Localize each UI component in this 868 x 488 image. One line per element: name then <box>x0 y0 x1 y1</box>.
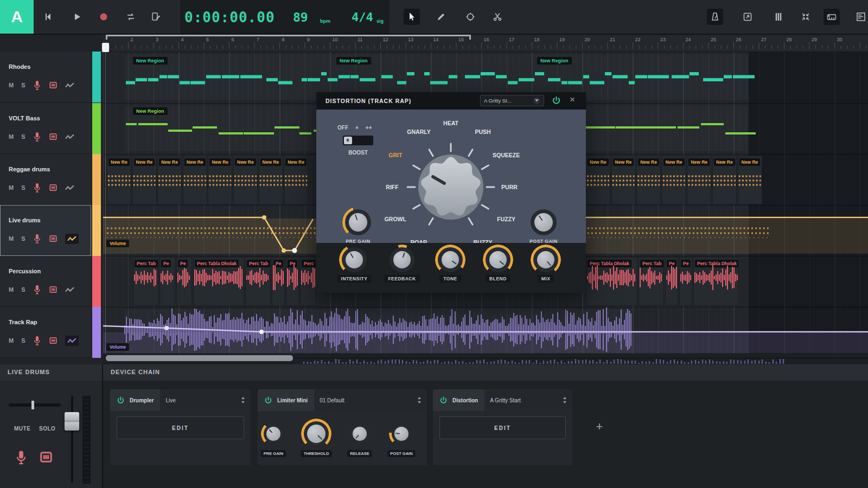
reggae-drum-clip[interactable]: New Re <box>662 156 686 204</box>
device-name[interactable]: Limiter Mini <box>277 397 308 403</box>
distortion-character-dial[interactable]: ROARGROWLRIFFGRITGNARLYHEATPUSHSQUEEZEPU… <box>359 119 543 255</box>
automation-icon[interactable] <box>65 336 79 346</box>
power-button[interactable] <box>264 396 272 404</box>
edit-button[interactable]: EDIT <box>117 416 244 439</box>
record-arm-icon[interactable] <box>33 80 41 91</box>
volume-fader-track[interactable] <box>71 396 73 483</box>
dial-label-purr[interactable]: PURR <box>501 184 518 190</box>
automation-icon[interactable] <box>65 184 74 191</box>
midi-region-label[interactable]: New Region <box>133 107 168 115</box>
percussion-clip[interactable]: Perc Tabla Dholak <box>693 257 739 306</box>
metronome-button[interactable] <box>707 9 723 25</box>
mute-button[interactable]: M <box>9 184 14 191</box>
device-name[interactable]: Drumpler <box>130 397 154 403</box>
solo-button[interactable]: SOLO <box>39 426 55 432</box>
time-display[interactable]: 0:00:00.00 <box>184 9 275 25</box>
reggae-drum-clip[interactable]: New Re <box>611 156 636 204</box>
rap-automation-region[interactable] <box>103 332 868 353</box>
reggae-drum-clip[interactable]: New Re <box>586 156 610 204</box>
count-in-icon[interactable] <box>148 9 164 25</box>
monitor-icon[interactable] <box>49 183 58 192</box>
midi-region-label[interactable]: New Region <box>336 57 371 65</box>
reggae-drum-clip[interactable]: New Re <box>208 156 232 204</box>
monitor-icon[interactable] <box>49 81 58 89</box>
monitor-icon[interactable] <box>49 336 58 345</box>
mix-knob[interactable] <box>533 247 558 272</box>
reggae-drum-clip[interactable]: New Re <box>259 156 283 204</box>
device-name[interactable]: Distortion <box>452 397 478 403</box>
reggae-drum-clip[interactable]: New Re <box>157 156 182 204</box>
monitor-icon[interactable] <box>49 132 58 141</box>
pan-slider[interactable] <box>9 403 61 407</box>
solo-button[interactable]: S <box>21 133 25 140</box>
record-arm-icon[interactable] <box>15 450 27 465</box>
dial-label-heat[interactable]: HEAT <box>443 120 458 126</box>
percussion-clip[interactable]: Perc Tabla Dholak <box>193 257 244 306</box>
monitor-icon[interactable] <box>49 234 58 243</box>
percussion-clip[interactable]: Perc Tab <box>133 257 158 306</box>
track-header-percussion[interactable]: PercussionMS <box>0 256 91 307</box>
automation-icon[interactable] <box>65 286 74 293</box>
skip-to-start-button[interactable] <box>40 9 56 25</box>
loop-region-bracket[interactable] <box>106 35 471 40</box>
pencil-tool-button[interactable] <box>433 9 449 25</box>
bpm-value[interactable]: 89 <box>293 10 308 24</box>
percussion-clip[interactable]: Perc Tab <box>639 257 664 306</box>
track-header-live-drums[interactable]: Live drumsMS <box>0 205 91 256</box>
track-header-reggae-drums[interactable]: Reggae drumsMS <box>0 154 91 205</box>
dialog-header[interactable]: DISTORTION (TRACK RAP) A Gritty St... × <box>316 92 586 110</box>
automation-icon[interactable] <box>65 133 74 140</box>
solo-button[interactable]: S <box>21 337 25 344</box>
automation-icon[interactable] <box>65 234 79 244</box>
reggae-drum-clip[interactable]: New Re <box>233 156 258 204</box>
mute-button[interactable]: M <box>9 337 14 344</box>
mute-button[interactable]: M <box>9 133 14 140</box>
dial-label-fuzzy[interactable]: FUZZY <box>497 216 515 222</box>
boost-plus-button[interactable]: + <box>355 125 359 131</box>
piano-roll-button[interactable] <box>853 9 868 25</box>
percussion-clip[interactable]: Pe <box>679 257 692 306</box>
percussion-clip[interactable]: Perc Tab <box>245 257 271 306</box>
record-arm-icon[interactable] <box>33 132 41 142</box>
scissors-tool-button[interactable] <box>489 9 506 25</box>
track-header-volt-bass[interactable]: VOLT BassMS <box>0 103 91 154</box>
solo-button[interactable]: S <box>21 286 25 293</box>
record-arm-icon[interactable] <box>33 336 41 346</box>
reggae-drum-clip[interactable]: New Re <box>738 156 762 204</box>
percussion-clip[interactable]: Pe <box>665 257 678 306</box>
reggae-drum-clip[interactable]: New Re <box>107 156 131 204</box>
reggae-drum-clip[interactable]: New Re <box>284 156 308 204</box>
preset-selector[interactable]: A Gritty St... <box>480 95 544 106</box>
automation-icon[interactable] <box>65 82 74 89</box>
limiter-post-gain-knob[interactable] <box>392 424 411 444</box>
reggae-drum-clip[interactable]: New Re <box>636 156 661 204</box>
loop-button[interactable] <box>123 9 139 25</box>
limiter-threshold-knob[interactable] <box>304 421 329 446</box>
dial-label-squeeze[interactable]: SQUEEZE <box>493 152 520 158</box>
midi-region-label[interactable]: New Region <box>537 57 572 65</box>
scale-view-button[interactable] <box>739 9 756 25</box>
record-button[interactable] <box>95 9 112 25</box>
tone-knob[interactable] <box>438 247 463 272</box>
post-gain-knob[interactable] <box>531 209 557 235</box>
mute-button[interactable]: MUTE <box>14 426 30 432</box>
record-arm-icon[interactable] <box>33 285 41 295</box>
limiter-pre-gain-knob[interactable] <box>264 424 283 444</box>
reggae-drum-clip[interactable]: New Re <box>712 156 737 204</box>
solo-button[interactable]: S <box>21 82 25 88</box>
midi-region-label[interactable]: New Region <box>133 57 168 65</box>
dial-label-gnarly[interactable]: GNARLY <box>407 129 430 135</box>
time-signature-value[interactable]: 4/4 <box>352 10 373 24</box>
dial-label-growl[interactable]: GROWL <box>385 216 407 222</box>
dial-label-riff[interactable]: RIFF <box>386 184 399 190</box>
app-logo[interactable]: A <box>0 0 34 34</box>
track-header-track-rap[interactable]: Track RapMS <box>0 307 91 358</box>
playhead-handle[interactable] <box>102 43 109 52</box>
percussion-clip[interactable]: Pe <box>159 257 175 306</box>
power-button[interactable] <box>117 396 125 404</box>
track-header-rhodes[interactable]: RhodesMS <box>0 52 91 102</box>
power-button[interactable] <box>552 96 561 105</box>
record-arm-icon[interactable] <box>33 234 41 244</box>
mute-button[interactable]: M <box>9 82 14 88</box>
monitor-icon[interactable] <box>39 450 53 464</box>
